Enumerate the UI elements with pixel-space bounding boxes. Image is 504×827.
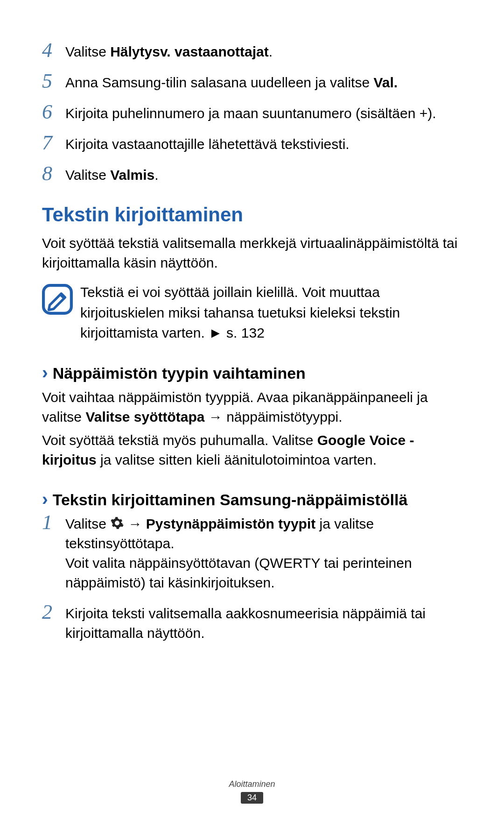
sub-heading: › Näppäimistön tyypin vaihtaminen	[42, 363, 462, 383]
step-number: 2	[42, 602, 65, 622]
step-text: Valitse Hälytysv. vastaanottajat.	[65, 42, 462, 62]
step-number: 4	[42, 40, 65, 61]
step-text: Kirjoita teksti valitsemalla aakkosnumee…	[65, 604, 462, 643]
sub-heading: › Tekstin kirjoittaminen Samsung-näppäim…	[42, 489, 462, 509]
chevron-icon: ›	[42, 489, 48, 509]
step-item: 1 Valitse → Pystynäppäimistön tyypit ja …	[42, 514, 462, 593]
step-number: 1	[42, 512, 65, 533]
step-item: 4 Valitse Hälytysv. vastaanottajat.	[42, 42, 462, 62]
step-item: 5 Anna Samsung-tilin salasana uudelleen …	[42, 73, 462, 92]
step-text: Anna Samsung-tilin salasana uudelleen ja…	[65, 73, 462, 92]
note-box: Tekstiä ei voi syöttää joillain kielillä…	[42, 282, 462, 343]
sub-heading-text: Näppäimistön tyypin vaihtaminen	[53, 364, 306, 382]
step-text: Kirjoita vastaanottajille lähetettävä te…	[65, 134, 462, 154]
note-icon	[42, 284, 73, 315]
paragraph: Voit vaihtaa näppäimistön tyyppiä. Avaa …	[42, 388, 462, 427]
page-footer: Aloittaminen 34	[0, 779, 504, 804]
page-content: 4 Valitse Hälytysv. vastaanottajat. 5 An…	[0, 0, 504, 643]
paragraph: Voit syöttää tekstiä myös puhumalla. Val…	[42, 431, 462, 470]
intro-paragraph: Voit syöttää tekstiä valitsemalla merkke…	[42, 233, 462, 273]
steps-list-bottom: 1 Valitse → Pystynäppäimistön tyypit ja …	[42, 514, 462, 643]
page-number-badge: 34	[241, 792, 263, 804]
gear-icon	[110, 516, 124, 530]
step-item: 7 Kirjoita vastaanottajille lähetettävä …	[42, 134, 462, 154]
step-number: 8	[42, 163, 65, 184]
step-text: Valitse → Pystynäppäimistön tyypit ja va…	[65, 514, 462, 593]
section-heading: Tekstin kirjoittaminen	[42, 204, 462, 226]
step-text: Valitse Valmis.	[65, 165, 462, 185]
note-text: Tekstiä ei voi syöttää joillain kielillä…	[80, 282, 462, 343]
footer-section-label: Aloittaminen	[0, 779, 504, 789]
sub-heading-text: Tekstin kirjoittaminen Samsung-näppäimis…	[53, 491, 408, 509]
step-number: 5	[42, 71, 65, 92]
chevron-icon: ›	[42, 363, 48, 383]
step-text: Kirjoita puhelinnumero ja maan suuntanum…	[65, 104, 462, 123]
steps-list-top: 4 Valitse Hälytysv. vastaanottajat. 5 An…	[42, 42, 462, 185]
step-number: 7	[42, 133, 65, 153]
svg-rect-0	[43, 285, 71, 313]
step-item: 8 Valitse Valmis.	[42, 165, 462, 185]
step-item: 2 Kirjoita teksti valitsemalla aakkosnum…	[42, 604, 462, 643]
step-number: 6	[42, 102, 65, 122]
step-item: 6 Kirjoita puhelinnumero ja maan suuntan…	[42, 104, 462, 123]
